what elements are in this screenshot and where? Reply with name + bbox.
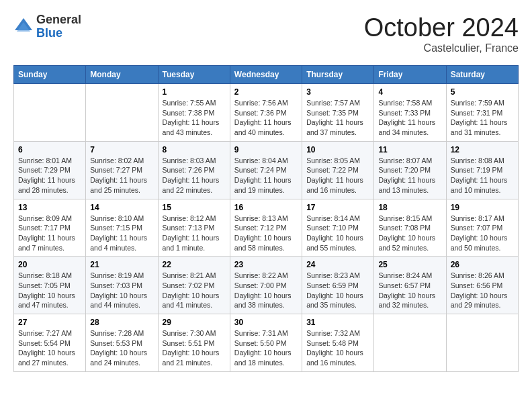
title-block: October 2024 Castelculier, France [364, 13, 519, 54]
day-number: 28 [90, 318, 153, 327]
day-info: Sunrise: 7:27 AMSunset: 5:54 PMDaylight:… [18, 328, 81, 368]
day-number: 24 [306, 260, 369, 269]
day-number: 25 [378, 260, 441, 269]
day-header-tuesday: Tuesday [158, 66, 230, 84]
day-number: 29 [163, 318, 226, 327]
day-number: 27 [18, 318, 81, 327]
calendar-cell: 22Sunrise: 8:21 AMSunset: 7:02 PMDayligh… [158, 257, 230, 314]
day-header-wednesday: Wednesday [230, 66, 302, 84]
day-number: 7 [90, 145, 153, 154]
calendar-cell: 18Sunrise: 8:15 AMSunset: 7:08 PMDayligh… [374, 199, 446, 257]
day-info: Sunrise: 8:09 AMSunset: 7:17 PMDaylight:… [18, 214, 81, 253]
day-number: 2 [234, 87, 298, 97]
calendar-cell: 6Sunrise: 8:01 AMSunset: 7:29 PMDaylight… [14, 141, 86, 199]
calendar-cell: 26Sunrise: 8:26 AMSunset: 6:56 PMDayligh… [446, 257, 518, 314]
calendar-cell: 11Sunrise: 8:07 AMSunset: 7:20 PMDayligh… [374, 141, 446, 199]
day-info: Sunrise: 8:14 AMSunset: 7:10 PMDaylight:… [306, 214, 369, 253]
calendar-cell: 13Sunrise: 8:09 AMSunset: 7:17 PMDayligh… [14, 199, 86, 257]
day-number: 16 [234, 203, 298, 212]
day-number: 14 [90, 203, 153, 212]
day-info: Sunrise: 7:32 AMSunset: 5:48 PMDaylight:… [306, 328, 369, 368]
day-info: Sunrise: 8:10 AMSunset: 7:15 PMDaylight:… [90, 214, 153, 253]
calendar-cell: 16Sunrise: 8:13 AMSunset: 7:12 PMDayligh… [230, 199, 302, 257]
calendar-cell [446, 314, 518, 372]
calendar-cell [374, 314, 446, 372]
day-number: 15 [163, 203, 226, 212]
calendar-week-row: 20Sunrise: 8:18 AMSunset: 7:05 PMDayligh… [14, 257, 519, 314]
day-info: Sunrise: 8:07 AMSunset: 7:20 PMDaylight:… [378, 156, 441, 195]
day-info: Sunrise: 8:04 AMSunset: 7:24 PMDaylight:… [234, 156, 298, 195]
day-info: Sunrise: 7:59 AMSunset: 7:31 PMDaylight:… [451, 98, 514, 138]
calendar-table: SundayMondayTuesdayWednesdayThursdayFrid… [13, 65, 519, 372]
day-info: Sunrise: 8:22 AMSunset: 7:00 PMDaylight:… [234, 271, 298, 310]
calendar-cell [14, 84, 86, 142]
day-number: 1 [163, 87, 226, 97]
day-number: 26 [451, 260, 514, 269]
day-info: Sunrise: 8:23 AMSunset: 6:59 PMDaylight:… [306, 271, 369, 310]
day-info: Sunrise: 8:15 AMSunset: 7:08 PMDaylight:… [378, 214, 441, 253]
day-header-thursday: Thursday [302, 66, 374, 84]
logo: General Blue [13, 13, 81, 40]
calendar-cell: 25Sunrise: 8:24 AMSunset: 6:57 PMDayligh… [374, 257, 446, 314]
day-info: Sunrise: 8:18 AMSunset: 7:05 PMDaylight:… [18, 271, 81, 310]
day-number: 18 [378, 203, 441, 212]
calendar-cell: 2Sunrise: 7:56 AMSunset: 7:36 PMDaylight… [230, 84, 302, 142]
page-header: General Blue October 2024 Castelculier, … [13, 13, 519, 54]
calendar-week-row: 6Sunrise: 8:01 AMSunset: 7:29 PMDaylight… [14, 141, 519, 199]
calendar-cell: 12Sunrise: 8:08 AMSunset: 7:19 PMDayligh… [446, 141, 518, 199]
day-number: 3 [306, 87, 369, 97]
day-info: Sunrise: 7:30 AMSunset: 5:51 PMDaylight:… [163, 328, 226, 368]
calendar-cell: 21Sunrise: 8:19 AMSunset: 7:03 PMDayligh… [86, 257, 158, 314]
calendar-cell: 17Sunrise: 8:14 AMSunset: 7:10 PMDayligh… [302, 199, 374, 257]
day-info: Sunrise: 7:57 AMSunset: 7:35 PMDaylight:… [306, 98, 369, 138]
calendar-week-row: 13Sunrise: 8:09 AMSunset: 7:17 PMDayligh… [14, 199, 519, 257]
calendar-week-row: 27Sunrise: 7:27 AMSunset: 5:54 PMDayligh… [14, 314, 519, 372]
day-info: Sunrise: 8:08 AMSunset: 7:19 PMDaylight:… [451, 156, 514, 195]
calendar-week-row: 1Sunrise: 7:55 AMSunset: 7:38 PMDaylight… [14, 84, 519, 142]
day-info: Sunrise: 7:31 AMSunset: 5:50 PMDaylight:… [234, 328, 298, 368]
calendar-cell: 9Sunrise: 8:04 AMSunset: 7:24 PMDaylight… [230, 141, 302, 199]
day-info: Sunrise: 8:17 AMSunset: 7:07 PMDaylight:… [451, 214, 514, 253]
day-number: 10 [306, 145, 369, 154]
calendar-cell: 7Sunrise: 8:02 AMSunset: 7:27 PMDaylight… [86, 141, 158, 199]
calendar-cell: 3Sunrise: 7:57 AMSunset: 7:35 PMDaylight… [302, 84, 374, 142]
day-header-friday: Friday [374, 66, 446, 84]
day-number: 21 [90, 260, 153, 269]
calendar-cell: 4Sunrise: 7:58 AMSunset: 7:33 PMDaylight… [374, 84, 446, 142]
logo-icon [13, 17, 34, 37]
day-number: 9 [234, 145, 298, 154]
calendar-cell: 1Sunrise: 7:55 AMSunset: 7:38 PMDaylight… [158, 84, 230, 142]
day-info: Sunrise: 7:58 AMSunset: 7:33 PMDaylight:… [378, 98, 441, 138]
day-info: Sunrise: 8:21 AMSunset: 7:02 PMDaylight:… [163, 271, 226, 310]
day-header-sunday: Sunday [14, 66, 86, 84]
day-number: 6 [18, 145, 81, 154]
month-title: October 2024 [364, 13, 519, 42]
day-number: 30 [234, 318, 298, 327]
day-number: 19 [451, 203, 514, 212]
day-header-saturday: Saturday [446, 66, 518, 84]
day-info: Sunrise: 8:13 AMSunset: 7:12 PMDaylight:… [234, 214, 298, 253]
day-info: Sunrise: 8:01 AMSunset: 7:29 PMDaylight:… [18, 156, 81, 195]
calendar-cell: 30Sunrise: 7:31 AMSunset: 5:50 PMDayligh… [230, 314, 302, 372]
calendar-cell: 31Sunrise: 7:32 AMSunset: 5:48 PMDayligh… [302, 314, 374, 372]
calendar-header-row: SundayMondayTuesdayWednesdayThursdayFrid… [14, 66, 519, 84]
calendar-cell: 19Sunrise: 8:17 AMSunset: 7:07 PMDayligh… [446, 199, 518, 257]
day-info: Sunrise: 7:55 AMSunset: 7:38 PMDaylight:… [163, 98, 226, 138]
day-number: 8 [163, 145, 226, 154]
location-title: Castelculier, France [364, 42, 519, 54]
day-info: Sunrise: 8:19 AMSunset: 7:03 PMDaylight:… [90, 271, 153, 310]
logo-blue-text: Blue [36, 27, 81, 40]
calendar-cell: 23Sunrise: 8:22 AMSunset: 7:00 PMDayligh… [230, 257, 302, 314]
calendar-cell: 28Sunrise: 7:28 AMSunset: 5:53 PMDayligh… [86, 314, 158, 372]
day-number: 22 [163, 260, 226, 269]
day-number: 4 [378, 87, 441, 97]
day-number: 20 [18, 260, 81, 269]
day-info: Sunrise: 8:26 AMSunset: 6:56 PMDaylight:… [451, 271, 514, 310]
calendar-cell: 24Sunrise: 8:23 AMSunset: 6:59 PMDayligh… [302, 257, 374, 314]
day-info: Sunrise: 8:12 AMSunset: 7:13 PMDaylight:… [163, 214, 226, 253]
day-info: Sunrise: 8:05 AMSunset: 7:22 PMDaylight:… [306, 156, 369, 195]
day-info: Sunrise: 7:28 AMSunset: 5:53 PMDaylight:… [90, 328, 153, 368]
day-number: 31 [306, 318, 369, 327]
day-number: 23 [234, 260, 298, 269]
calendar-cell: 29Sunrise: 7:30 AMSunset: 5:51 PMDayligh… [158, 314, 230, 372]
